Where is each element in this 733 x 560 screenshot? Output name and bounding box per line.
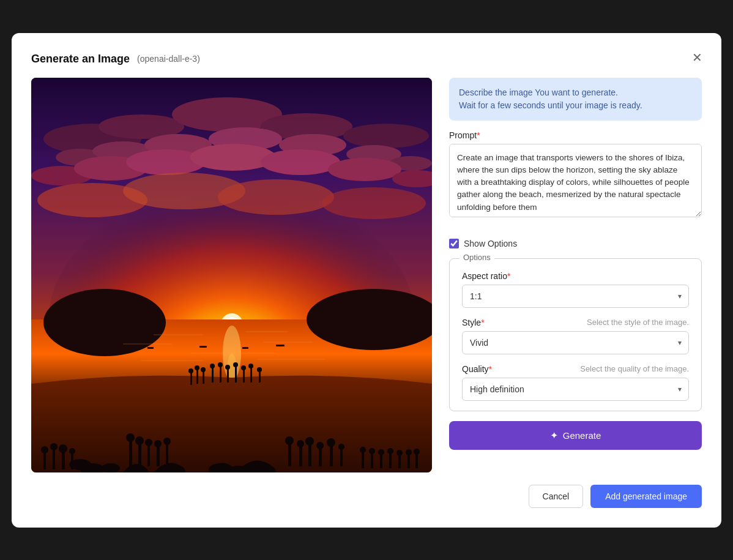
close-icon: ✕ [692,50,702,65]
svg-rect-98 [389,452,392,468]
svg-rect-50 [129,439,132,466]
modal-header: Generate an Image (openai-dall-e-3) ✕ [31,53,702,65]
show-options-checkbox[interactable] [449,239,459,248]
cancel-button[interactable]: Cancel [529,485,584,508]
svg-point-57 [154,440,162,447]
close-button[interactable]: ✕ [687,48,707,67]
aspect-ratio-select-wrapper: 1:1 16:9 4:3 3:2 ▾ [462,285,689,308]
svg-point-75 [241,365,246,370]
svg-point-20 [261,149,340,175]
prompt-textarea[interactable]: Create an image that transports viewers … [449,144,702,217]
prompt-field: Prompt* Create an image that transports … [449,130,702,219]
svg-rect-41 [53,448,55,469]
aspect-ratio-select[interactable]: 1:1 16:9 4:3 3:2 [462,285,689,308]
svg-point-71 [225,365,230,370]
svg-point-63 [195,365,199,370]
style-select-wrapper: Vivid Natural ▾ [462,331,689,354]
svg-point-65 [201,367,206,372]
style-field: Style* Select the style of the image. Vi… [462,318,689,354]
generate-button[interactable]: ✦ Generate [449,421,702,450]
svg-rect-64 [203,370,204,384]
modal-body: Describe the image You want to generate.… [31,78,702,472]
style-select[interactable]: Vivid Natural [462,331,689,354]
svg-point-81 [285,436,294,445]
svg-rect-96 [380,454,382,468]
wand-icon: ✦ [550,430,558,441]
options-legend: Options [460,253,494,262]
modal-footer: Cancel Add generated image [31,485,702,508]
svg-rect-94 [371,452,373,468]
sunset-svg [31,78,432,472]
svg-rect-90 [340,448,343,466]
svg-point-69 [218,362,223,367]
svg-rect-80 [288,442,291,466]
svg-rect-66 [212,367,214,383]
info-box: Describe the image You want to generate.… [449,78,702,121]
svg-point-53 [135,436,144,445]
svg-point-21 [328,158,401,181]
show-options-row: Show Options [449,239,702,248]
svg-point-30 [43,289,166,356]
svg-rect-68 [220,365,221,383]
svg-rect-72 [235,365,237,383]
style-hint: Select the style of the image. [587,318,689,327]
quality-field: Quality* Select the quality of the image… [462,364,689,401]
svg-rect-111 [276,345,285,346]
svg-rect-52 [138,442,141,466]
aspect-ratio-field: Aspect ratio* 1:1 16:9 4:3 3:2 ▾ [462,271,689,308]
svg-point-61 [188,368,193,373]
quality-select[interactable]: High definition Standard [462,378,689,401]
quality-select-wrapper: High definition Standard ▾ [462,378,689,401]
show-options-label[interactable]: Show Options [464,239,517,248]
svg-point-26 [322,187,426,219]
svg-rect-54 [147,444,150,466]
svg-rect-112 [147,347,154,349]
svg-rect-76 [250,367,252,383]
modal-title: Generate an Image [31,53,130,65]
svg-point-89 [327,438,335,447]
svg-rect-58 [166,442,168,466]
svg-point-59 [163,438,171,445]
svg-rect-39 [43,451,46,469]
svg-rect-104 [415,453,418,468]
style-label: Style* [462,318,485,327]
svg-point-48 [69,459,91,470]
quality-label: Quality* [462,364,492,374]
svg-point-42 [50,443,58,450]
options-box: Options Aspect ratio* 1:1 16:9 [449,258,702,411]
svg-point-91 [338,444,344,450]
add-image-button[interactable]: Add generated image [590,485,702,508]
image-preview [31,78,432,472]
modal-subtitle: (openai-dall-e-3) [137,54,200,64]
svg-point-93 [360,447,366,453]
svg-rect-78 [259,370,261,383]
modal-overlay: Generate an Image (openai-dall-e-3) ✕ [0,0,733,560]
style-label-row: Style* Select the style of the image. [462,318,689,327]
svg-point-79 [257,367,262,372]
svg-rect-70 [227,368,229,383]
svg-point-25 [218,179,334,215]
svg-point-40 [41,446,48,454]
svg-rect-86 [319,447,322,466]
svg-point-46 [69,448,75,454]
svg-rect-102 [407,454,410,468]
svg-point-83 [297,440,304,447]
generate-label: Generate [563,430,601,441]
svg-point-85 [305,437,314,446]
modal-dialog: Generate an Image (openai-dall-e-3) ✕ [12,33,721,528]
svg-point-8 [343,124,429,148]
svg-rect-56 [157,445,160,466]
quality-label-row: Quality* Select the quality of the image… [462,364,689,374]
svg-rect-60 [190,371,192,385]
svg-point-67 [210,364,215,368]
svg-rect-92 [362,451,364,468]
image-panel [31,78,432,472]
svg-point-103 [406,449,412,455]
svg-point-73 [233,362,238,367]
svg-point-97 [378,449,384,455]
svg-point-51 [126,433,135,442]
info-line1: Describe the image You want to generate. [459,88,618,97]
svg-rect-62 [196,368,198,384]
svg-rect-100 [398,454,401,468]
prompt-label: Prompt* [449,130,480,140]
